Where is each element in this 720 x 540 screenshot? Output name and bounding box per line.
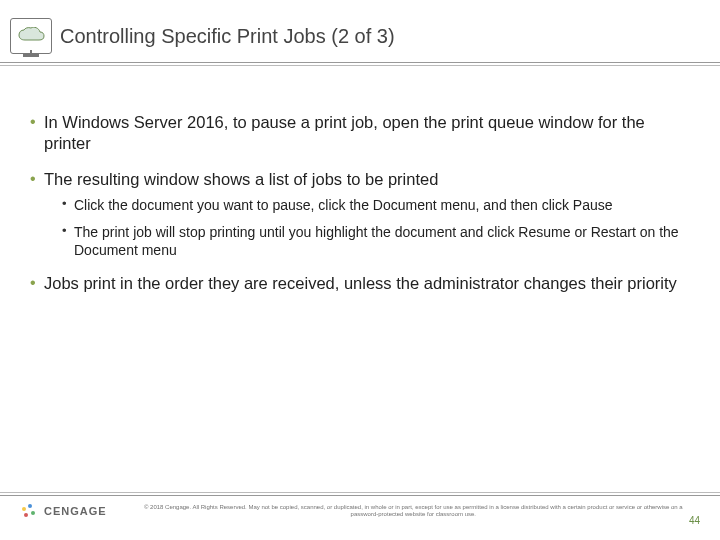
bullet-item: Jobs print in the order they are receive… xyxy=(30,273,690,294)
copyright-text: © 2018 Cengage. All Rights Reserved. May… xyxy=(127,504,700,518)
bullet-text: In Windows Server 2016, to pause a print… xyxy=(44,113,645,152)
svg-point-1 xyxy=(28,504,32,508)
bullet-text: The resulting window shows a list of job… xyxy=(44,170,438,188)
brand-mark-icon xyxy=(20,502,38,520)
cloud-monitor-icon xyxy=(10,18,52,54)
sub-bullet-text: Click the document you want to pause, cl… xyxy=(74,197,613,213)
bullet-item: In Windows Server 2016, to pause a print… xyxy=(30,112,690,155)
svg-point-0 xyxy=(22,507,26,511)
brand-name: CENGAGE xyxy=(44,505,107,517)
sub-bullet-item: The print job will stop printing until y… xyxy=(62,223,690,259)
svg-point-3 xyxy=(24,513,28,517)
footer-divider xyxy=(0,492,720,496)
bullet-item: The resulting window shows a list of job… xyxy=(30,169,690,259)
sub-bullet-list: Click the document you want to pause, cl… xyxy=(62,196,690,259)
sub-bullet-text: The print job will stop printing until y… xyxy=(74,224,679,258)
svg-point-2 xyxy=(31,511,35,515)
page-number: 44 xyxy=(689,515,700,526)
slide-header: Controlling Specific Print Jobs (2 of 3) xyxy=(0,0,720,62)
bullet-list: In Windows Server 2016, to pause a print… xyxy=(30,112,690,294)
footer-content: CENGAGE © 2018 Cengage. All Rights Reser… xyxy=(20,502,700,520)
slide-title: Controlling Specific Print Jobs (2 of 3) xyxy=(60,25,395,48)
slide-footer: CENGAGE © 2018 Cengage. All Rights Reser… xyxy=(0,492,720,540)
slide-body: In Windows Server 2016, to pause a print… xyxy=(0,62,720,294)
brand-logo: CENGAGE xyxy=(20,502,107,520)
bullet-text: Jobs print in the order they are receive… xyxy=(44,274,677,292)
header-divider xyxy=(0,62,720,66)
sub-bullet-item: Click the document you want to pause, cl… xyxy=(62,196,690,214)
slide: Controlling Specific Print Jobs (2 of 3)… xyxy=(0,0,720,540)
